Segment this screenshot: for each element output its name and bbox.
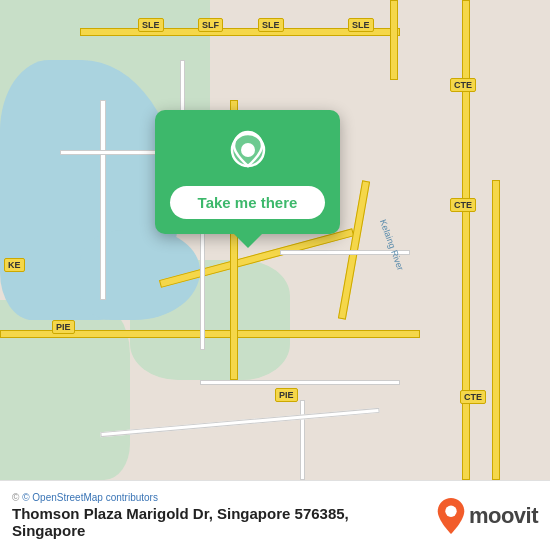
address-section: © © OpenStreetMap contributors Thomson P…: [12, 492, 349, 539]
bottom-info-bar: © © OpenStreetMap contributors Thomson P…: [0, 480, 550, 550]
osm-link[interactable]: © OpenStreetMap contributors: [22, 492, 158, 503]
take-me-there-button[interactable]: Take me there: [170, 186, 325, 219]
sle-highway-vertical: [390, 0, 398, 80]
road-label-sle: SLE: [138, 18, 164, 32]
road-label-cte3: CTE: [460, 390, 486, 404]
road-label-pie2: PIE: [275, 388, 298, 402]
road-label-sle3: SLE: [348, 18, 374, 32]
road-label-cte2: CTE: [450, 198, 476, 212]
minor-road: [300, 400, 305, 480]
location-pin-icon: [224, 130, 272, 178]
address-line2: Singapore: [12, 522, 349, 539]
road-label-sle2: SLE: [258, 18, 284, 32]
minor-road: [200, 380, 400, 385]
road-label-slf: SLF: [198, 18, 223, 32]
address-line1: Thomson Plaza Marigold Dr, Singapore 576…: [12, 505, 349, 522]
location-popup: Take me there: [155, 110, 340, 234]
moovit-text: moovit: [469, 503, 538, 529]
cte-highway-1: [462, 0, 470, 480]
moovit-logo[interactable]: moovit: [437, 498, 538, 534]
road-label-ke: KE: [4, 258, 25, 272]
svg-point-1: [241, 143, 255, 157]
map-background: SLE SLF SLE SLE PIE PIE CTE CTE CTE KE K…: [0, 0, 550, 480]
map-view: SLE SLF SLE SLE PIE PIE CTE CTE CTE KE K…: [0, 0, 550, 480]
minor-road: [100, 408, 379, 437]
road-label-pie1: PIE: [52, 320, 75, 334]
svg-point-2: [445, 505, 456, 516]
river-label: Kelaing River: [378, 218, 406, 272]
attribution-text: © © OpenStreetMap contributors: [12, 492, 349, 503]
minor-road: [100, 100, 106, 300]
moovit-pin-icon: [437, 498, 465, 534]
cte-highway-2: [492, 180, 500, 480]
road-label-cte1: CTE: [450, 78, 476, 92]
